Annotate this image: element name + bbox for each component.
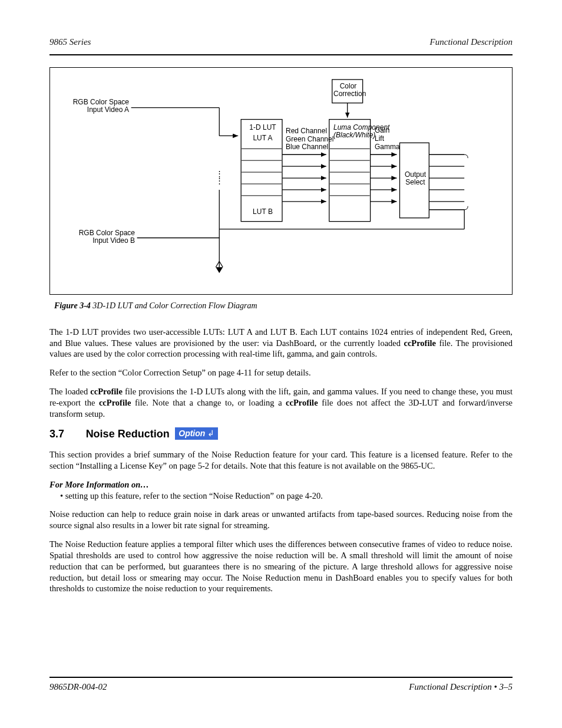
label-input-b: RGB Color Space Input Video B — [57, 229, 135, 245]
label-blue: Blue Channel — [286, 143, 328, 151]
label-lut-a: LUT A — [245, 134, 280, 142]
label-lift: Lift — [375, 135, 384, 143]
label-gain: Gain — [375, 127, 389, 134]
label-red: Red Channel — [286, 127, 327, 135]
footer-left: 9865DR-004-02 — [49, 681, 107, 693]
figure-3-4-diagram: ⋮ ⋮ — [49, 67, 513, 295]
label-1d-lut: 1-D LUT — [245, 124, 280, 131]
label-gamma: Gamma — [375, 143, 400, 151]
sec-para-3: Noise reduction can help to reduce grain… — [49, 509, 513, 531]
section-title: Noise Reduction — [86, 428, 170, 440]
figure-caption-text: 3D-1D LUT and Color Correction Flow Diag… — [91, 301, 257, 310]
label-output-select: Output Select — [401, 171, 429, 186]
section-3-7-heading: 3.7 Noise Reduction Option↲ — [49, 427, 513, 441]
option-label: Option — [178, 429, 205, 438]
header-left: 9865 Series — [49, 37, 91, 48]
page-header: 9865 Series Functional Description — [49, 37, 513, 55]
sec-para-1: This section provides a brief summary of… — [49, 449, 513, 472]
svg-line-9 — [216, 261, 219, 267]
section-number: 3.7 — [49, 427, 84, 441]
para-3: The loaded ccProfile file provisions the… — [49, 386, 513, 420]
option-arrow-icon: ↲ — [207, 429, 214, 438]
sec-para-4: The Noise Reduction feature applies a te… — [49, 539, 513, 594]
svg-text:⋮: ⋮ — [216, 176, 223, 185]
figure-number: Figure 3-4 — [54, 301, 91, 310]
for-more-info: For More Information on… — [49, 479, 513, 490]
option-badge: Option↲ — [175, 427, 218, 440]
svg-line-10 — [219, 261, 223, 267]
sec-bullet: • setting up this feature, refer to the … — [60, 490, 513, 502]
label-color-correction: Color Correction — [333, 83, 363, 98]
footer-right: Functional Description • 3–5 — [409, 681, 513, 693]
label-lut-b: LUT B — [245, 208, 280, 216]
figure-caption: Figure 3-4 3D-1D LUT and Color Correctio… — [54, 301, 513, 311]
page-footer: 9865DR-004-02 Functional Description • 3… — [49, 677, 513, 693]
label-green: Green Channel — [286, 136, 333, 143]
svg-marker-11 — [216, 267, 223, 273]
label-input-a: RGB Color Space Input Video A — [57, 98, 129, 114]
para-1: The 1-D LUT provides two user-accessible… — [49, 327, 513, 360]
para-2: Refer to the section “Color Correction S… — [49, 367, 513, 378]
header-right: Functional Description — [430, 37, 513, 48]
